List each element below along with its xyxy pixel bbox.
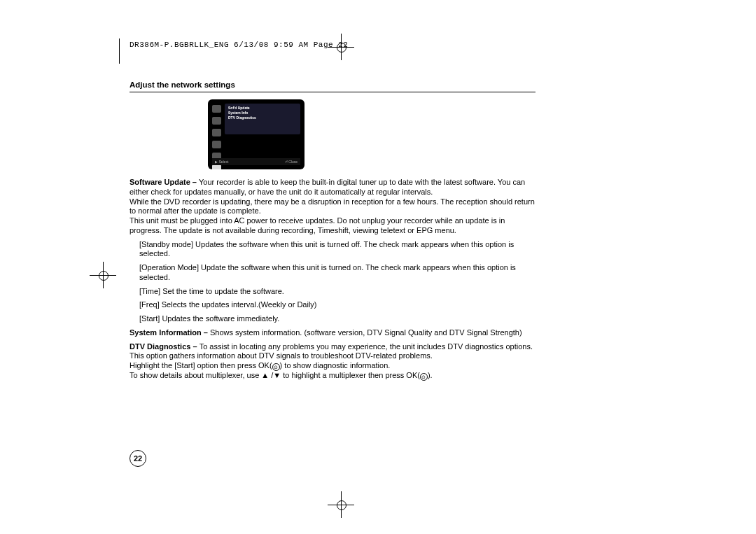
screenshot-footer-left: ▶ Select [215, 160, 228, 164]
lead-dtv: DTV Diagnostics – [130, 342, 200, 351]
screenshot-menu-item: DTV Diagnostics [228, 115, 297, 120]
lead-software-update: Software Update – [130, 178, 199, 186]
paragraph-software-update: Software Update – Your recorder is able … [130, 178, 536, 236]
option-start: [Start] Updates the software immediately… [139, 314, 536, 324]
paragraph-system-info: System Information – Shows system inform… [130, 328, 536, 338]
ok-button-icon: ⊙ [272, 363, 280, 371]
screenshot-footer-right: ⏎ Close [285, 160, 298, 164]
trim-vertical-mark [119, 38, 120, 64]
paragraph-dtv-diagnostics: DTV Diagnostics – To assist in locating … [130, 342, 536, 381]
page-content: DR386M-P.BGBRLLK_ENG 6/13/08 9:59 AM Pag… [130, 41, 536, 385]
screenshot-menu-item: Sof'd Update [228, 106, 297, 111]
option-freq: [Freq] Selects the updates interval.(Wee… [139, 300, 536, 310]
crop-mark-left [90, 262, 116, 288]
lead-system-info: System Information – [130, 328, 210, 337]
option-operation: [Operation Mode] Update the software whe… [139, 263, 536, 283]
section-title: Adjust the network settings [130, 80, 536, 92]
print-header: DR386M-P.BGBRLLK_ENG 6/13/08 9:59 AM Pag… [130, 41, 536, 49]
device-menu-screenshot: Sof'd Update System Info DTV Diagnostics… [208, 99, 304, 169]
body-text: Software Update – Your recorder is able … [130, 178, 536, 381]
option-standby: [Standby mode] Updates the software when… [139, 240, 536, 260]
option-time: [Time] Set the time to update the softwa… [139, 287, 536, 297]
ok-button-icon: ⊙ [420, 373, 428, 381]
screenshot-menu-item: System Info [228, 111, 297, 115]
crop-mark-bottom [328, 491, 354, 518]
page-number: 22 [130, 450, 146, 467]
